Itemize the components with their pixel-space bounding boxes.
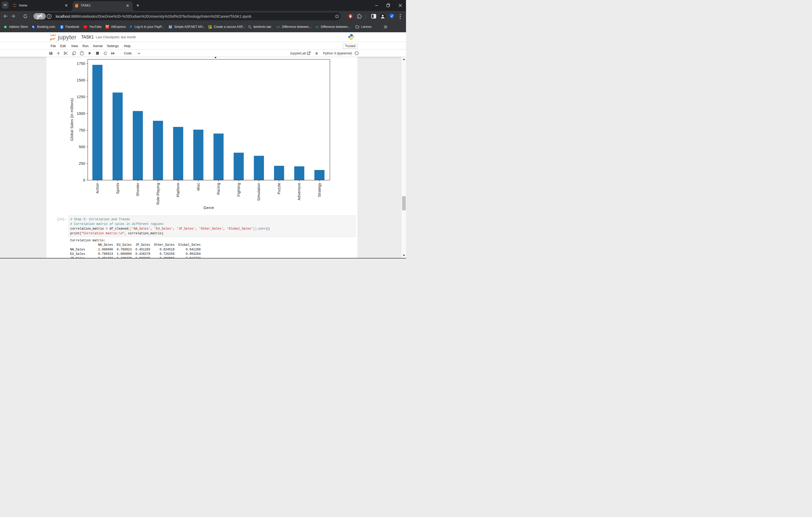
svg-text:1750: 1750 [77,61,85,66]
svg-text:750: 750 [79,128,85,132]
svg-text:Global Sales (in millions): Global Sales (in millions) [70,98,74,141]
svg-text:jupyter: jupyter [58,34,77,40]
svg-text:1000: 1000 [77,111,85,116]
svg-text:Racing: Racing [216,183,221,195]
svg-text:Platform: Platform [176,183,180,197]
svg-text:Sports: Sports [116,183,120,194]
svg-text:Genre: Genre [204,206,214,210]
svg-text:Adventure: Adventure [297,183,301,200]
svg-text:Action: Action [95,183,99,194]
svg-text:Simulation: Simulation [257,183,261,201]
svg-text:Puzzle: Puzzle [277,183,281,194]
svg-text:250: 250 [79,162,85,166]
svg-text:1500: 1500 [77,78,85,82]
svg-text:1250: 1250 [77,95,85,99]
svg-text:Strategy: Strategy [317,183,321,197]
svg-text:0: 0 [83,178,85,182]
svg-text:Fighting: Fighting [237,183,241,197]
svg-text:Shooter: Shooter [136,183,140,196]
svg-text:Role-Playing: Role-Playing [156,183,160,205]
svg-text:Misc: Misc [196,183,200,191]
svg-text:B: B [32,26,34,28]
svg-text:500: 500 [79,145,85,149]
